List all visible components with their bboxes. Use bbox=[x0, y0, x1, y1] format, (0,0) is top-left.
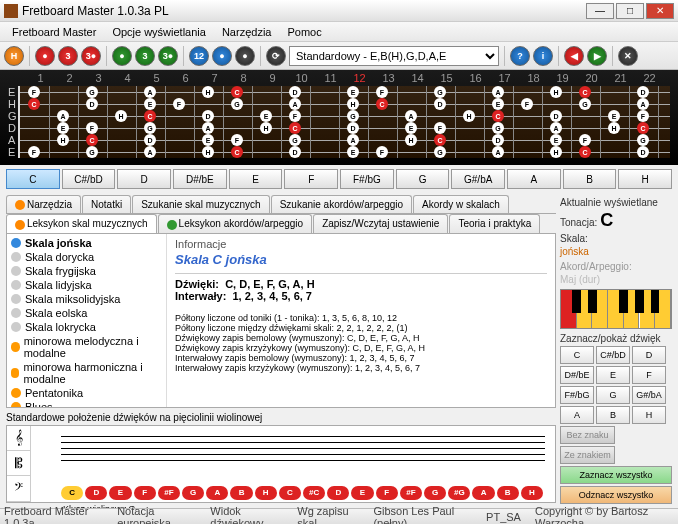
note-btn-B[interactable]: B bbox=[596, 406, 630, 424]
key-D[interactable]: D bbox=[117, 169, 171, 189]
note-btn-F[interactable]: F bbox=[632, 366, 666, 384]
tool-btn-10[interactable]: ● bbox=[235, 46, 255, 66]
maximize-button[interactable]: □ bbox=[616, 3, 644, 19]
menubar: Fretboard Master Opcje wyświetlania Narz… bbox=[0, 22, 678, 42]
key-C[interactable]: C bbox=[6, 169, 60, 189]
info-pane: Informacje Skala C jońska Dźwięki: C, D,… bbox=[167, 234, 555, 407]
key-A[interactable]: A bbox=[507, 169, 561, 189]
fretboard[interactable]: 12345678910111213141516171819202122 EHGD… bbox=[0, 70, 678, 165]
tab-Teoria i praktyka[interactable]: Teoria i praktyka bbox=[449, 214, 540, 232]
clef-bass[interactable]: 𝄢 bbox=[7, 476, 30, 501]
tabs-top: NarzędziaNotatkiSzukanie skal muzycznych… bbox=[6, 195, 556, 213]
status-app: Fretboard Master 1.0.3a bbox=[4, 505, 103, 525]
note-btn-G[interactable]: G bbox=[596, 386, 630, 404]
menu-narzedzia[interactable]: Narzędzia bbox=[214, 24, 280, 40]
tab-Szukanie akordów/arpeggio[interactable]: Szukanie akordów/arpeggio bbox=[271, 195, 412, 213]
tab-Akordy w skalach[interactable]: Akordy w skalach bbox=[413, 195, 509, 213]
tool-btn-8[interactable]: 12 bbox=[189, 46, 209, 66]
open-string-labels: EHGDAE bbox=[8, 86, 18, 158]
toolbar: H ● 3 3● ● 3 3● 12 ● ● ⟳ Standardowy - E… bbox=[0, 42, 678, 70]
titlebar: Fretboard Master 1.0.3a PL — □ ✕ bbox=[0, 0, 678, 22]
scale-item[interactable]: Skala frygijska bbox=[9, 264, 164, 278]
current-key: C bbox=[600, 210, 613, 231]
menu-pomoc[interactable]: Pomoc bbox=[279, 24, 329, 40]
info-header: Informacje bbox=[175, 238, 547, 250]
tool-btn-4[interactable]: 3● bbox=[81, 46, 101, 66]
tab-Leksykon skal muzycznych[interactable]: Leksykon skal muzycznych bbox=[6, 214, 157, 232]
tool-btn-2[interactable]: ● bbox=[35, 46, 55, 66]
note-btn-H[interactable]: H bbox=[632, 406, 666, 424]
scale-item[interactable]: Pentatonika bbox=[9, 386, 164, 400]
tool-btn-1[interactable]: H bbox=[4, 46, 24, 66]
tool-btn-refresh[interactable]: ⟳ bbox=[266, 46, 286, 66]
tool-btn-9[interactable]: ● bbox=[212, 46, 232, 66]
tab-Zapisz/Wczytaj ustawienie[interactable]: Zapisz/Wczytaj ustawienie bbox=[313, 214, 448, 232]
note-btn-A[interactable]: A bbox=[560, 406, 594, 424]
tab-Notatki[interactable]: Notatki bbox=[82, 195, 131, 213]
note-btn-E[interactable]: E bbox=[596, 366, 630, 384]
tool-btn-6[interactable]: 3 bbox=[135, 46, 155, 66]
fret-grid[interactable]: FGAHCDEFGAHCDCDEFGAHCDEFGAAHCDEFGAHCDEFE… bbox=[18, 86, 670, 158]
scale-title: Skala C jońska bbox=[175, 252, 547, 267]
tab-Szukanie skal muzycznych[interactable]: Szukanie skal muzycznych bbox=[132, 195, 270, 213]
key-buttons: CC#/bDDD#/bEEFF#/bGGG#/bAABH bbox=[0, 165, 678, 193]
key-G#/bA[interactable]: G#/bA bbox=[451, 169, 505, 189]
tuning-select[interactable]: Standardowy - E,B(H),G,D,A,E bbox=[289, 46, 499, 66]
key-G[interactable]: G bbox=[396, 169, 450, 189]
scale-item[interactable]: Skala dorycka bbox=[9, 250, 164, 264]
menu-fretboard-master[interactable]: Fretboard Master bbox=[4, 24, 104, 40]
tool-btn-stop[interactable]: ◀ bbox=[564, 46, 584, 66]
tab-Narzędzia[interactable]: Narzędzia bbox=[6, 195, 81, 213]
key-C#/bD[interactable]: C#/bD bbox=[62, 169, 116, 189]
note-btn-C[interactable]: C bbox=[560, 346, 594, 364]
tool-btn-info[interactable]: i bbox=[533, 46, 553, 66]
tool-btn-5[interactable]: ● bbox=[112, 46, 132, 66]
scale-panel: Skala jońskaSkala doryckaSkala frygijska… bbox=[6, 233, 556, 408]
clef-treble[interactable]: 𝄞 bbox=[7, 426, 30, 451]
mini-piano[interactable] bbox=[560, 289, 672, 329]
close-button[interactable]: ✕ bbox=[646, 3, 674, 19]
statusbar: Fretboard Master 1.0.3a Notacja europejs… bbox=[0, 508, 678, 524]
tool-btn-help[interactable]: ? bbox=[510, 46, 530, 66]
info-lines: Półtony liczone od toniki (1 - tonika): … bbox=[175, 313, 547, 373]
note-btn-C#/bD[interactable]: C#/bD bbox=[596, 346, 630, 364]
clef-alto[interactable]: 𝄡 bbox=[7, 451, 30, 476]
note-btn-G#/bA[interactable]: G#/bA bbox=[632, 386, 666, 404]
key-F[interactable]: F bbox=[284, 169, 338, 189]
staff: 𝄞 𝄡 𝄢 CDEF#FGABHC#CDEF#FG#GABH Klucz wio… bbox=[6, 425, 556, 503]
tab-Leksykon akordów/arpeggio[interactable]: Leksykon akordów/arpeggio bbox=[158, 214, 313, 232]
btn-with-accidental[interactable]: Ze znakiem bbox=[560, 446, 615, 464]
scale-item[interactable]: Skala jońska bbox=[9, 236, 164, 250]
tool-btn-3[interactable]: 3 bbox=[58, 46, 78, 66]
key-D#/bE[interactable]: D#/bE bbox=[173, 169, 227, 189]
scale-list[interactable]: Skala jońskaSkala doryckaSkala frygijska… bbox=[7, 234, 167, 407]
btn-deselect-all[interactable]: Odznacz wszystko bbox=[560, 486, 672, 504]
note-btn-F#/bG[interactable]: F#/bG bbox=[560, 386, 594, 404]
btn-no-accidental[interactable]: Bez znaku bbox=[560, 426, 615, 444]
minimize-button[interactable]: — bbox=[586, 3, 614, 19]
current-display-label: Aktualnie wyświetlane bbox=[560, 197, 672, 208]
staff-note-labels: CDEF#FGABHC#CDEF#FG#GABH bbox=[61, 486, 545, 500]
window-title: Fretboard Master 1.0.3a PL bbox=[22, 4, 586, 18]
tool-btn-7[interactable]: 3● bbox=[158, 46, 178, 66]
key-B[interactable]: B bbox=[563, 169, 617, 189]
side-panel: Aktualnie wyświetlane Tonacja: C Skala: … bbox=[560, 195, 672, 504]
key-E[interactable]: E bbox=[229, 169, 283, 189]
scale-item[interactable]: Blues bbox=[9, 400, 164, 407]
tool-btn-play[interactable]: ▶ bbox=[587, 46, 607, 66]
scale-item[interactable]: minorowa harmoniczna i modalne bbox=[9, 360, 164, 386]
menu-opcje[interactable]: Opcje wyświetlania bbox=[104, 24, 214, 40]
btn-select-all[interactable]: Zaznacz wszystko bbox=[560, 466, 672, 484]
scale-item[interactable]: Skala eolska bbox=[9, 306, 164, 320]
app-icon bbox=[4, 4, 18, 18]
tool-btn-close[interactable]: ✕ bbox=[618, 46, 638, 66]
key-H[interactable]: H bbox=[618, 169, 672, 189]
scale-item[interactable]: Skala lokrycka bbox=[9, 320, 164, 334]
scale-item[interactable]: Skala lidyjska bbox=[9, 278, 164, 292]
note-btn-D[interactable]: D bbox=[632, 346, 666, 364]
tabs-sub: Leksykon skal muzycznychLeksykon akordów… bbox=[6, 213, 556, 232]
key-F#/bG[interactable]: F#/bG bbox=[340, 169, 394, 189]
scale-item[interactable]: Skala miksolidyjska bbox=[9, 292, 164, 306]
scale-item[interactable]: minorowa melodyczna i modalne bbox=[9, 334, 164, 360]
note-btn-D#/bE[interactable]: D#/bE bbox=[560, 366, 594, 384]
